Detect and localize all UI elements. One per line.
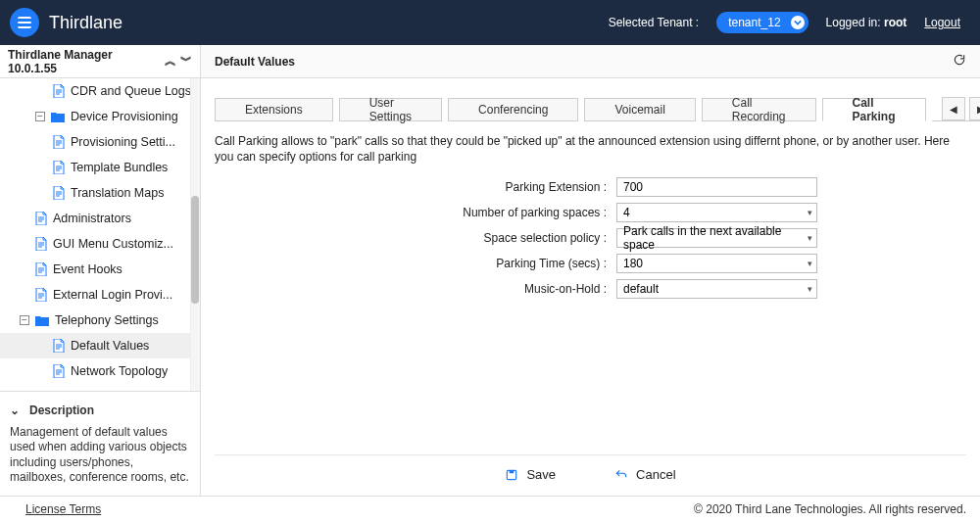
tab-nav-prev[interactable]: ◀ <box>942 97 965 120</box>
sidebar-item[interactable]: Administrators <box>0 206 200 231</box>
parking-extension-input[interactable] <box>616 177 817 197</box>
collapse-icon[interactable]: − <box>35 112 45 121</box>
save-button[interactable]: Save <box>505 467 556 482</box>
chevron-down-icon: ▾ <box>808 208 812 217</box>
tab[interactable]: Extensions <box>215 98 333 121</box>
policy-select[interactable]: Park calls in the next available space▾ <box>616 228 817 248</box>
sidebar-item-label: Administrators <box>53 212 131 225</box>
sidebar-title: Thirdlane Manager 10.0.1.55 <box>8 48 165 75</box>
page-icon <box>35 212 47 225</box>
settings-form: Parking Extension : Number of parking sp… <box>215 176 966 300</box>
tab-description: Call Parking allows to "park" calls so t… <box>215 133 966 165</box>
tab-active[interactable]: Call Parking <box>822 98 926 121</box>
main-header: Default Values <box>201 45 980 78</box>
policy-label: Space selection policy : <box>215 231 616 245</box>
moh-select[interactable]: default▾ <box>616 279 817 299</box>
sidebar-item-label: GUI Menu Customiz... <box>53 237 173 251</box>
collapse-icon[interactable]: − <box>20 315 29 325</box>
sidebar-scrollbar[interactable] <box>190 78 200 391</box>
undo-icon <box>614 468 628 482</box>
sidebar-title-bar: Thirdlane Manager 10.0.1.55 ︽ ︾ <box>0 45 200 78</box>
license-terms-link[interactable]: License Terms <box>25 502 101 516</box>
tab-nav-next[interactable]: ▶ <box>969 97 980 120</box>
reload-icon[interactable] <box>953 53 966 70</box>
sidebar-item-label: Default Values <box>71 339 149 353</box>
moh-label: Music-on-Hold : <box>215 282 616 296</box>
description-panel: ⌄ Description Management of default valu… <box>0 391 200 496</box>
sidebar-item[interactable]: Translation Maps <box>0 180 200 206</box>
sidebar-item[interactable]: GUI Menu Customiz... <box>0 231 200 257</box>
tenant-selector[interactable]: tenant_12 <box>716 12 808 33</box>
brand-name: Thirdlane <box>49 13 122 33</box>
cancel-button[interactable]: Cancel <box>614 467 675 482</box>
sidebar-item-label: External Login Provi... <box>53 288 172 302</box>
page-icon <box>35 262 47 276</box>
page-icon <box>35 288 47 302</box>
page-icon <box>53 186 65 200</box>
page-icon <box>35 237 47 251</box>
sidebar-item-label: Network Topology <box>71 364 168 378</box>
sidebar-item-label: Event Hooks <box>53 262 122 276</box>
page-title: Default Values <box>215 55 295 69</box>
logout-link[interactable]: Logout <box>924 16 960 29</box>
page-icon <box>53 84 65 98</box>
brand-logo <box>10 8 39 37</box>
sidebar-item-label: Device Provisioning <box>71 110 178 123</box>
folder-icon <box>35 314 49 326</box>
folder-icon <box>51 111 65 122</box>
sidebar-item[interactable]: −Telephony Settings <box>0 308 200 333</box>
tab[interactable]: Conferencing <box>448 98 578 121</box>
parking-extension-label: Parking Extension : <box>215 180 616 194</box>
expand-down-icon[interactable]: ︾ <box>180 53 192 70</box>
chevron-down-icon: ▾ <box>808 284 812 294</box>
sidebar-item[interactable]: Template Bundles <box>0 155 200 180</box>
sidebar-item[interactable]: CDR and Queue Logs <box>0 78 200 104</box>
sidebar-item-label: CDR and Queue Logs <box>71 84 191 98</box>
parking-time-select[interactable]: 180▾ <box>616 254 817 273</box>
save-icon <box>505 468 518 482</box>
sidebar-item[interactable]: Provisioning Setti... <box>0 129 200 155</box>
footer: License Terms © 2020 Third Lane Technolo… <box>0 496 980 522</box>
sidebar-item[interactable]: External Login Provi... <box>0 282 200 308</box>
tab[interactable]: Voicemail <box>584 98 695 121</box>
main-panel: Default Values ExtensionsUser SettingsCo… <box>201 45 980 496</box>
description-title: Description <box>29 403 94 417</box>
sidebar: Thirdlane Manager 10.0.1.55 ︽ ︾ CDR and … <box>0 45 201 496</box>
sidebar-item[interactable]: Network Topology <box>0 358 200 384</box>
selected-tenant-label: Selected Tenant : <box>609 16 700 29</box>
copyright-text: © 2020 Third Lane Technologies. All righ… <box>694 502 966 516</box>
sidebar-item-label: Telephony Settings <box>55 313 159 327</box>
description-text: Management of default values used when a… <box>10 425 190 486</box>
page-icon <box>53 364 65 378</box>
page-icon <box>53 339 65 353</box>
chevron-down-icon[interactable]: ⌄ <box>10 403 20 417</box>
num-spaces-label: Number of parking spaces : <box>215 206 616 219</box>
tabs-row: ExtensionsUser SettingsConferencingVoice… <box>215 88 966 121</box>
sidebar-item-label: Translation Maps <box>71 186 164 200</box>
logged-in-label: Logged in: root <box>826 16 907 29</box>
chevron-down-icon: ▾ <box>808 259 812 268</box>
sidebar-item-selected[interactable]: Default Values <box>0 333 200 358</box>
sidebar-item-label: Template Bundles <box>71 161 168 174</box>
page-icon <box>53 135 65 149</box>
sidebar-item-label: Provisioning Setti... <box>71 135 175 149</box>
parking-time-label: Parking Time (secs) : <box>215 257 616 270</box>
tenant-name: tenant_12 <box>728 16 780 29</box>
tab[interactable]: Call Recording <box>702 98 816 121</box>
sidebar-item[interactable]: Event Hooks <box>0 257 200 282</box>
sidebar-item[interactable]: −Device Provisioning <box>0 104 200 129</box>
collapse-up-icon[interactable]: ︽ <box>165 53 176 70</box>
svg-rect-1 <box>510 470 514 473</box>
tab[interactable]: User Settings <box>339 98 442 121</box>
form-actions: Save Cancel <box>215 454 966 496</box>
num-spaces-select[interactable]: 4▾ <box>616 203 817 222</box>
page-icon <box>53 161 65 174</box>
nav-tree: CDR and Queue Logs−Device ProvisioningPr… <box>0 78 200 391</box>
top-bar: Thirdlane Selected Tenant : tenant_12 Lo… <box>0 0 980 45</box>
chevron-down-icon <box>791 16 805 29</box>
